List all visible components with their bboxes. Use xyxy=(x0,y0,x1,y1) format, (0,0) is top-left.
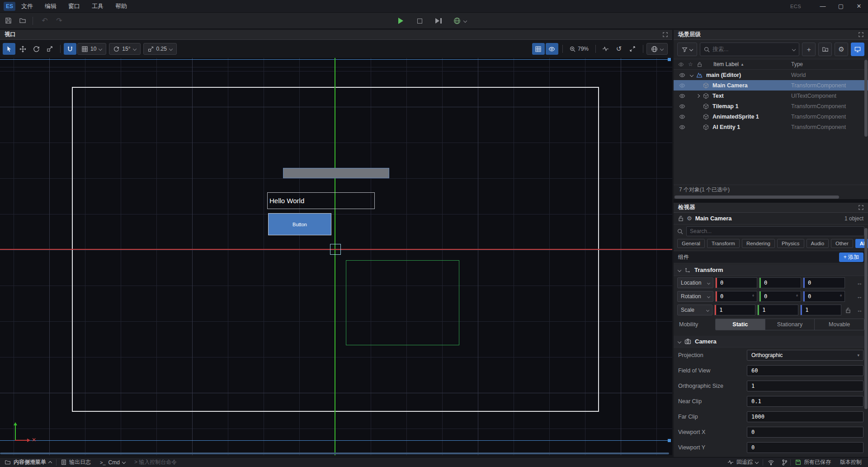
field-of-view-input[interactable]: 60 xyxy=(747,365,863,376)
step-button[interactable] xyxy=(432,15,445,27)
reset-values-icon[interactable]: ↔ xyxy=(854,293,864,300)
tab-other[interactable]: Other xyxy=(831,239,853,248)
add-component-button[interactable]: + 添加 xyxy=(839,253,863,262)
scale-tool-button[interactable] xyxy=(43,43,56,55)
menu-file[interactable]: 文件 xyxy=(15,0,39,13)
stop-button[interactable] xyxy=(413,15,426,27)
mobility-static[interactable]: Static xyxy=(716,319,765,330)
object-settings-icon[interactable]: ⚙ xyxy=(687,215,692,222)
location-y-input[interactable]: 0 xyxy=(759,277,801,288)
far-clip-input[interactable]: 1000 xyxy=(747,411,863,422)
hierarchy-row-text[interactable]: Text UITextComponent xyxy=(674,91,868,101)
hierarchy-row-main[interactable]: main (Editor) World xyxy=(674,70,868,80)
save-status[interactable]: 所有已保存 xyxy=(791,457,835,467)
ui-text-element[interactable]: Hello World xyxy=(267,192,375,209)
console-command-input[interactable]: > 输入控制台命令 xyxy=(130,457,181,467)
uniform-scale-lock-icon[interactable] xyxy=(843,307,853,313)
grid-snap-dropdown[interactable]: 10 xyxy=(77,43,106,55)
menu-window[interactable]: 窗口 xyxy=(62,0,86,13)
redo-icon[interactable]: ↷ xyxy=(53,15,66,27)
hierarchy-horizontal-scrollbar[interactable] xyxy=(675,195,839,199)
visibility-toggle[interactable] xyxy=(546,43,558,55)
tab-general[interactable]: General xyxy=(677,239,705,248)
scene-canvas[interactable]: Hello World Button ✕ xyxy=(0,58,672,455)
network-status-icon[interactable] xyxy=(763,457,779,467)
add-entity-button[interactable]: ＋ xyxy=(802,43,816,56)
hierarchy-row-ai-entity[interactable]: AI Entity 1 TransformComponent xyxy=(674,122,868,132)
camera-gizmo[interactable] xyxy=(330,244,341,255)
hierarchy-row-animatedsprite[interactable]: AnimatedSprite 1 TransformComponent xyxy=(674,111,868,122)
ui-panel-element[interactable] xyxy=(283,168,389,178)
selection-guide-bottom[interactable] xyxy=(0,440,670,441)
display-mode-button[interactable] xyxy=(851,43,864,56)
expand-chevron-icon[interactable] xyxy=(694,95,702,97)
location-x-input[interactable]: 0 xyxy=(715,277,757,288)
eye-icon[interactable] xyxy=(679,124,688,130)
viewport-world-dropdown[interactable] xyxy=(646,43,668,55)
tab-rendering[interactable]: Rendering xyxy=(742,239,775,248)
maximize-button[interactable]: ▢ xyxy=(832,0,850,13)
scale-dropdown[interactable]: Scale xyxy=(677,305,712,315)
tab-transform[interactable]: Transform xyxy=(707,239,740,248)
menu-tools[interactable]: 工具 xyxy=(86,0,109,13)
viewport-x-input[interactable]: 0 xyxy=(747,427,863,438)
viewport-y-input[interactable]: 0 xyxy=(747,442,863,453)
near-clip-input[interactable]: 0.1 xyxy=(747,396,863,407)
hierarchy-settings-button[interactable]: ⚙ xyxy=(835,43,848,56)
inspector-search-input[interactable] xyxy=(690,228,861,234)
inspector-vertical-scrollbar[interactable] xyxy=(864,228,868,409)
new-folder-button[interactable] xyxy=(818,43,832,56)
inspector-expand-icon[interactable] xyxy=(859,205,863,210)
fullscreen-button[interactable] xyxy=(626,43,639,55)
column-type[interactable]: Type xyxy=(791,61,803,67)
hierarchy-row-tilemap[interactable]: Tilemap 1 TransformComponent xyxy=(674,101,868,111)
filter-dropdown[interactable] xyxy=(677,43,697,56)
snap-toggle-button[interactable] xyxy=(64,43,76,55)
undo-icon[interactable]: ↶ xyxy=(38,15,51,27)
show-grid-toggle[interactable] xyxy=(532,43,545,55)
unlock-icon[interactable] xyxy=(678,215,684,221)
viewport-expand-icon[interactable] xyxy=(663,32,668,37)
open-folder-icon[interactable] xyxy=(16,15,29,27)
save-icon[interactable] xyxy=(2,15,14,27)
eye-icon[interactable] xyxy=(679,93,688,99)
minimize-button[interactable]: — xyxy=(814,0,832,13)
rotation-dropdown[interactable]: Rotation xyxy=(677,291,713,302)
expand-chevron-icon[interactable] xyxy=(688,74,695,76)
camera-section-header[interactable]: Camera xyxy=(674,336,868,348)
app-logo[interactable]: ES xyxy=(4,2,15,11)
output-log-button[interactable]: 输出日志 xyxy=(57,457,95,467)
hierarchy-row-main-camera[interactable]: Main Camera TransformComponent xyxy=(674,80,868,91)
rotation-x-input[interactable]: 0° xyxy=(715,291,757,302)
eye-icon[interactable] xyxy=(679,72,688,78)
tab-audio[interactable]: Audio xyxy=(807,239,829,248)
location-z-input[interactable]: 0 xyxy=(803,277,845,288)
stats-pulse-button[interactable] xyxy=(599,43,612,55)
menu-edit[interactable]: 编辑 xyxy=(39,0,62,13)
move-tool-button[interactable] xyxy=(16,43,29,55)
panel-divider[interactable] xyxy=(674,199,868,203)
hierarchy-search-input[interactable] xyxy=(712,46,790,52)
version-control-button[interactable]: 版本控制 xyxy=(835,457,868,467)
select-tool-button[interactable] xyxy=(3,43,15,55)
column-item-label[interactable]: Item Label ▲ xyxy=(713,61,744,67)
eye-icon[interactable] xyxy=(679,104,688,109)
mobility-stationary[interactable]: Stationary xyxy=(765,319,815,330)
reset-values-icon[interactable]: ↔ xyxy=(854,280,864,286)
mobility-movable[interactable]: Movable xyxy=(815,319,864,330)
location-dropdown[interactable]: Location xyxy=(677,277,713,288)
hierarchy-vertical-scrollbar[interactable] xyxy=(864,60,868,137)
reset-values-icon[interactable]: ↔ xyxy=(855,307,864,314)
hierarchy-search[interactable] xyxy=(700,43,799,56)
cmd-dropdown[interactable]: >_ Cmd xyxy=(95,457,130,467)
projection-select[interactable]: Orthographic▾ xyxy=(747,350,863,361)
eye-icon[interactable] xyxy=(679,83,688,88)
zoom-level[interactable]: 79% xyxy=(566,46,592,52)
world-mode-dropdown[interactable] xyxy=(449,16,471,26)
hierarchy-header-row[interactable]: ☆ Item Label ▲ Type xyxy=(674,59,868,70)
scale-z-input[interactable]: 1 xyxy=(800,305,841,315)
tab-physics[interactable]: Physics xyxy=(777,239,804,248)
transform-section-header[interactable]: Transform xyxy=(674,264,868,276)
source-control-icon[interactable] xyxy=(779,457,790,467)
orthographic-size-input[interactable]: 1 xyxy=(747,381,863,391)
